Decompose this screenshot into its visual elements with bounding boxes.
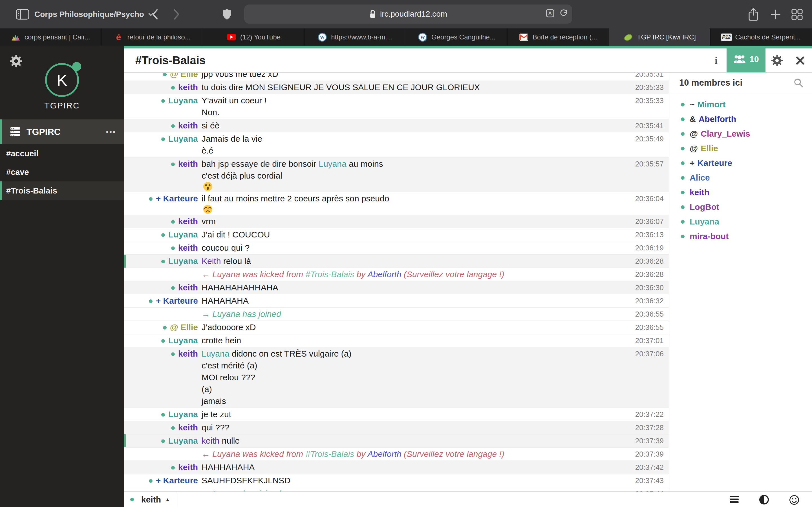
message-row: keithcoucou qui ?20:36:19 [124, 241, 669, 255]
member-item-Alice[interactable]: Alice [669, 170, 812, 185]
current-nick-control[interactable]: keith ▲ [130, 492, 170, 507]
app-settings-gear-icon[interactable] [10, 55, 22, 68]
menu-hamburger-icon[interactable] [729, 495, 739, 504]
forward-button[interactable] [172, 8, 181, 20]
timestamp: 20:37:06 [621, 348, 669, 360]
sidebar-channel-Trois-Balais[interactable]: #Trois-Balais [0, 181, 124, 200]
tab-group-menu[interactable]: Corps Philosophique/Psycho [35, 0, 154, 29]
message-nick[interactable]: + Karteure [156, 476, 198, 485]
status-dot [72, 62, 81, 71]
nick-mention[interactable]: → Luyana has joined [202, 309, 281, 319]
nick-mention[interactable]: Abelforth [368, 449, 402, 459]
nick-mention[interactable]: by [354, 449, 367, 459]
browser-tab-6[interactable]: Boîte de réception (... [507, 29, 609, 46]
browser-tab-2[interactable]: éretour de la philoso... [101, 29, 203, 46]
member-item-mira-bout[interactable]: mira-bout [669, 229, 812, 244]
tab-label: TGP IRC [Kiwi IRC] [637, 33, 696, 41]
message-nick[interactable]: keith [178, 462, 198, 472]
message-nick[interactable]: keith [178, 283, 198, 292]
address-bar[interactable]: irc.poudlard12.com A [244, 4, 572, 24]
message-nick[interactable]: keith [178, 121, 198, 130]
member-item-keith[interactable]: keith [669, 185, 812, 200]
message-nick[interactable]: Luyana [168, 336, 198, 345]
nick-mention[interactable]: (Surveillez votre langage !) [402, 270, 504, 279]
nick-mention[interactable]: #Trois-Balais [305, 449, 354, 459]
nick-mention[interactable]: Luyana [319, 159, 346, 168]
close-channel-icon[interactable] [792, 48, 809, 72]
emoji-picker-icon[interactable] [789, 495, 800, 505]
member-item-Mimort[interactable]: ~Mimort [669, 97, 812, 112]
search-icon[interactable] [794, 78, 804, 88]
sidebar-toggle-icon[interactable] [16, 9, 29, 20]
network-row[interactable]: TGPIRC ••• [0, 119, 124, 144]
message-nick[interactable]: Luyana [168, 256, 198, 266]
timestamp: 20:36:55 [621, 308, 669, 320]
message-nick[interactable]: @ Ellie [170, 73, 198, 78]
message-nick[interactable]: keith [178, 217, 198, 226]
tab-label: https://www.b-a-m.... [331, 33, 393, 41]
message-nick[interactable]: keith [178, 159, 198, 168]
member-item-Clary_Lewis[interactable]: @Clary_Lewis [669, 126, 812, 141]
message-input[interactable] [183, 492, 711, 507]
message-text: il faut au moins mettre 2 coeurs après s… [198, 193, 621, 214]
presence-dot-icon [149, 479, 153, 483]
channel-settings-gear-icon[interactable] [769, 48, 785, 72]
nick-mention[interactable]: Keith [202, 256, 221, 266]
message-nick[interactable]: + Karteure [156, 296, 198, 305]
new-tab-icon[interactable] [770, 9, 781, 20]
member-item-Karteure[interactable]: +Karteure [669, 156, 812, 170]
nick-mention[interactable]: ← Luyana was kicked from [202, 449, 305, 459]
nick-mention[interactable]: → Luyana has joined [202, 489, 281, 492]
message-nick[interactable]: Luyana [168, 230, 198, 239]
browser-tab-8[interactable]: P12Cachots de Serpent... [711, 29, 812, 46]
presence-dot-icon [161, 260, 165, 263]
member-item-Ellie[interactable]: @Ellie [669, 141, 812, 156]
message-nick[interactable]: keith [178, 423, 198, 432]
message-nick[interactable]: Luyana [168, 436, 198, 445]
member-item-Luyana[interactable]: Luyana [669, 214, 812, 229]
back-button[interactable] [151, 8, 159, 20]
nick-mention[interactable]: keith [202, 436, 219, 445]
theme-contrast-icon[interactable] [759, 495, 769, 505]
member-list-button[interactable]: 10 [726, 46, 765, 72]
member-item-LogBot[interactable]: LogBot [669, 200, 812, 214]
mode-prefix: ~ [690, 100, 695, 109]
browser-tab-3[interactable]: (12) YouTube [203, 29, 305, 46]
message-nick[interactable]: keith [178, 349, 198, 358]
message-row: LuyanaKeith relou là20:36:28 [124, 255, 669, 268]
nick-mention[interactable]: #Trois-Balais [305, 270, 354, 279]
nick-mention[interactable]: by [354, 270, 367, 279]
member-item-Abelforth[interactable]: &Abelforth [669, 112, 812, 126]
browser-tab-1[interactable]: corps pensant | Cair... [0, 29, 101, 46]
sidebar-channel-cave[interactable]: #cave [0, 163, 124, 181]
reload-icon[interactable] [559, 9, 568, 18]
presence-dot-icon [149, 299, 153, 303]
browser-tab-7[interactable]: TGP IRC [Kiwi IRC] [609, 29, 711, 46]
message-nick[interactable]: Luyana [168, 134, 198, 144]
sidebar-channel-accueil[interactable]: #accueil [0, 144, 124, 163]
browser-tab-4[interactable]: Whttps://www.b-a-m.... [305, 29, 406, 46]
nick-mention[interactable]: Abelforth [368, 270, 402, 279]
tab-overview-icon[interactable] [791, 8, 803, 20]
network-menu-icon[interactable]: ••• [106, 128, 116, 136]
message-nick[interactable]: Luyana [168, 96, 198, 105]
channel-info-button[interactable]: i [708, 48, 725, 72]
message-nick[interactable]: keith [178, 82, 198, 92]
share-icon[interactable] [748, 7, 759, 21]
nick-mention[interactable]: (Surveillez votre langage !) [402, 449, 504, 459]
message-nick[interactable]: Luyana [168, 409, 198, 419]
message-list[interactable]: @ Elliejpp vous me tuez xD20:35:31keitht… [124, 73, 669, 492]
message-gutter: Luyana [124, 95, 198, 107]
nick-mention[interactable]: Luyana [202, 349, 229, 358]
browser-tab-5[interactable]: WGeorges Canguilhe... [406, 29, 507, 46]
message-nick[interactable]: keith [178, 243, 198, 252]
message-row: keithvrm20:36:07 [124, 215, 669, 228]
timestamp: 20:36:13 [621, 229, 669, 240]
message-nick[interactable]: @ Ellie [170, 323, 198, 332]
message-row: LuyanaY'avait un coeur !Non.20:35:33 [124, 94, 669, 119]
translate-icon[interactable]: A [546, 9, 554, 17]
privacy-shield-icon[interactable] [222, 8, 232, 20]
message-nick[interactable]: + Karteure [156, 194, 198, 203]
timestamp: 20:36:28 [621, 269, 669, 280]
nick-mention[interactable]: ← Luyana was kicked from [202, 270, 305, 279]
